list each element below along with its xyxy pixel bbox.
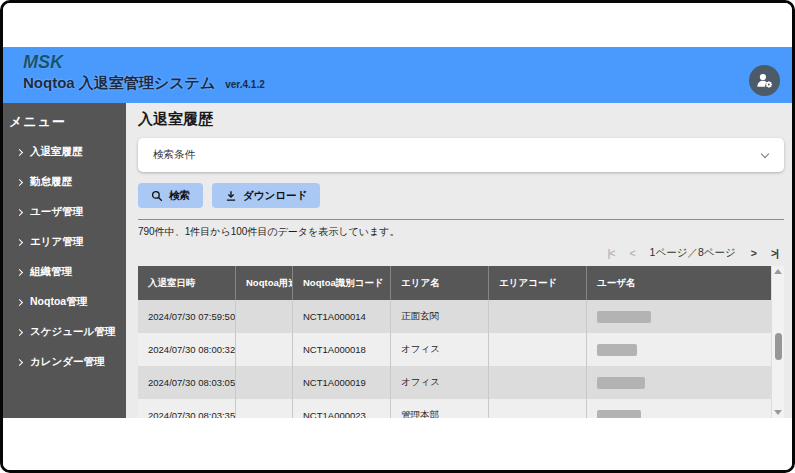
sidebar-menu-item[interactable]: ユーザ管理 — [3, 197, 126, 227]
divider — [138, 219, 784, 220]
cell-user — [586, 366, 771, 399]
chevron-right-icon — [16, 208, 23, 215]
main-panel: 入退室履歴 検索条件 検索 — [126, 103, 792, 418]
first-page-button[interactable]: |< — [607, 247, 614, 259]
col-header-code: Noqtoa識別コード — [292, 266, 390, 300]
cell-datetime: 2024/07/30 08:00:32 — [138, 333, 235, 366]
cell-area: 正面玄関 — [390, 300, 488, 333]
cell-user — [586, 399, 771, 418]
cell-area: オフィス — [390, 366, 488, 399]
scrollbar-thumb[interactable] — [775, 333, 782, 360]
cell-usage — [235, 366, 292, 399]
page-title: 入退室履歴 — [138, 110, 784, 129]
cell-user — [586, 333, 771, 366]
search-button[interactable]: 検索 — [138, 183, 203, 208]
sidebar-item-label: Noqtoa管理 — [30, 295, 87, 309]
table-header-row: 入退室日時 Noqtoa用途 ↓ Noqtoa識別コード エリア名 エリアコード… — [138, 266, 771, 300]
download-icon — [225, 190, 237, 202]
sidebar-menu-item[interactable]: 入退室履歴 — [3, 137, 126, 167]
chevron-right-icon — [16, 178, 23, 185]
prev-page-button[interactable]: < — [629, 247, 634, 259]
msk-logo: MSK — [23, 51, 265, 73]
cell-datetime: 2024/07/30 07:59:50 — [138, 300, 235, 333]
sidebar-menu-item[interactable]: エリア管理 — [3, 227, 126, 257]
sidebar-menu-item[interactable]: Noqtoa管理 — [3, 287, 126, 317]
redacted-username — [597, 377, 645, 389]
chevron-right-icon — [16, 328, 23, 335]
app-version: ver.4.1.2 — [225, 79, 264, 90]
page-indicator: 1ページ／8ページ — [650, 246, 736, 260]
cell-usage — [235, 399, 292, 418]
sidebar-item-label: エリア管理 — [30, 235, 83, 249]
sidebar-menu-item[interactable]: スケジュール管理 — [3, 317, 126, 347]
cell-user — [586, 300, 771, 333]
app-window: MSK Noqtoa 入退室管理システム ver.4.1.2 — [0, 0, 795, 473]
col-header-user: ユーザ名 — [586, 266, 771, 300]
sidebar-item-label: 勤怠履歴 — [30, 175, 72, 189]
col-header-area: エリア名 — [390, 266, 488, 300]
redacted-username — [597, 311, 651, 323]
account-settings-button[interactable] — [749, 65, 780, 96]
chevron-down-icon — [761, 149, 769, 157]
table-row[interactable]: 2024/07/30 08:03:35 NCT1A000023 管理本部 — [138, 399, 771, 418]
bottom-white-strip — [3, 418, 792, 470]
table-row[interactable]: 2024/07/30 07:59:50 NCT1A000014 正面玄関 — [138, 300, 771, 333]
sidebar-menu-item[interactable]: 組織管理 — [3, 257, 126, 287]
cell-datetime: 2024/07/30 08:03:35 — [138, 399, 235, 418]
chevron-right-icon — [16, 238, 23, 245]
app-header: MSK Noqtoa 入退室管理システム ver.4.1.2 — [3, 47, 792, 103]
table-scrollbar[interactable] — [771, 266, 784, 418]
search-conditions-accordion[interactable]: 検索条件 — [138, 138, 784, 172]
search-icon — [151, 190, 163, 202]
sidebar-menu-item[interactable]: 勤怠履歴 — [3, 167, 126, 197]
table-body: 2024/07/30 07:59:50 NCT1A000014 正面玄関 202… — [138, 300, 771, 418]
pagination: |< < 1ページ／8ページ > >| — [138, 246, 784, 260]
app-title: Noqtoa 入退室管理システム — [23, 74, 215, 93]
col-header-areacode: エリアコード — [488, 266, 586, 300]
cell-areacode — [488, 399, 586, 418]
result-count-status: 790件中、1件目から100件目のデータを表示しています。 — [138, 225, 784, 239]
cell-areacode — [488, 333, 586, 366]
cell-datetime: 2024/07/30 08:03:05 — [138, 366, 235, 399]
chevron-right-icon — [16, 298, 23, 305]
sidebar-menu-item[interactable]: カレンダー管理 — [3, 347, 126, 377]
chevron-right-icon — [16, 148, 23, 155]
sidebar-item-label: ユーザ管理 — [30, 205, 83, 219]
cell-usage — [235, 300, 292, 333]
cell-area: 管理本部 — [390, 399, 488, 418]
scroll-down-icon[interactable] — [774, 410, 782, 415]
cell-usage — [235, 333, 292, 366]
history-table: 入退室日時 Noqtoa用途 ↓ Noqtoa識別コード エリア名 エリアコード… — [138, 266, 771, 418]
sidebar-title: メニュー — [3, 111, 126, 137]
brand: MSK Noqtoa 入退室管理システム ver.4.1.2 — [23, 51, 265, 93]
redacted-username — [597, 410, 641, 419]
cell-code: NCT1A000014 — [292, 300, 390, 333]
sidebar-item-label: 入退室履歴 — [30, 145, 83, 159]
download-button[interactable]: ダウンロード — [212, 183, 320, 208]
top-white-strip — [3, 3, 792, 47]
cell-code: NCT1A000023 — [292, 399, 390, 418]
cell-areacode — [488, 300, 586, 333]
table-row[interactable]: 2024/07/30 08:03:05 NCT1A000019 オフィス — [138, 366, 771, 399]
user-gear-icon — [755, 71, 774, 90]
last-page-button[interactable]: >| — [771, 247, 778, 259]
chevron-right-icon — [16, 358, 23, 365]
table-row[interactable]: 2024/07/30 08:00:32 NCT1A000018 オフィス — [138, 333, 771, 366]
cell-areacode — [488, 366, 586, 399]
cell-area: オフィス — [390, 333, 488, 366]
cell-code: NCT1A000018 — [292, 333, 390, 366]
col-header-usage[interactable]: Noqtoa用途 ↓ — [235, 266, 292, 300]
cell-code: NCT1A000019 — [292, 366, 390, 399]
sidebar-menu: 入退室履歴 勤怠履歴 ユーザ管理 エリア管理 組織管理 Noqtoa管理 スケジ… — [3, 137, 126, 377]
next-page-button[interactable]: > — [751, 247, 756, 259]
redacted-username — [597, 344, 637, 356]
chevron-right-icon — [16, 268, 23, 275]
sidebar-item-label: スケジュール管理 — [30, 325, 115, 339]
search-conditions-label: 検索条件 — [153, 148, 195, 162]
sidebar-item-label: カレンダー管理 — [30, 355, 104, 369]
sidebar-item-label: 組織管理 — [30, 265, 72, 279]
scroll-up-icon[interactable] — [774, 269, 782, 274]
col-header-datetime: 入退室日時 — [138, 266, 235, 300]
sidebar: メニュー 入退室履歴 勤怠履歴 ユーザ管理 エリア管理 組織管理 Noqtoa管… — [3, 103, 126, 418]
